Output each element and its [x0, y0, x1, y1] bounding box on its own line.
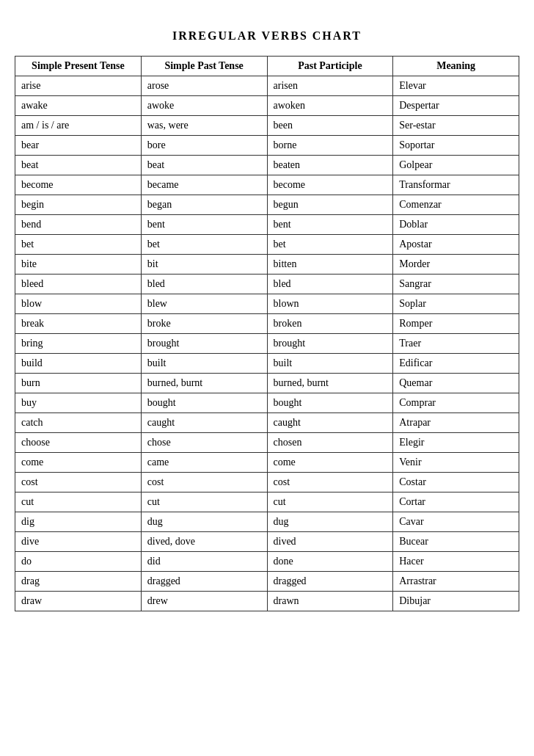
cell-r6-c2: begun [267, 195, 393, 215]
table-row: buildbuiltbuiltEdificar [15, 354, 519, 374]
cell-r1-c2: awoken [267, 96, 393, 116]
cell-r15-c3: Quemar [393, 374, 519, 393]
cell-r24-c1: did [141, 552, 267, 572]
cell-r6-c3: Comenzar [393, 195, 519, 215]
cell-r26-c1: drew [141, 592, 267, 611]
table-row: dragdraggeddraggedArrastrar [15, 572, 519, 592]
table-row: beginbeganbegunComenzar [15, 195, 519, 215]
cell-r0-c2: arisen [267, 76, 393, 96]
cell-r5-c2: become [267, 175, 393, 195]
cell-r13-c1: brought [141, 334, 267, 354]
cell-r3-c1: bore [141, 136, 267, 156]
cell-r13-c3: Traer [393, 334, 519, 354]
cell-r22-c2: dug [267, 512, 393, 532]
cell-r11-c3: Soplar [393, 294, 519, 314]
cell-r12-c3: Romper [393, 314, 519, 334]
table-row: bearboreborneSoportar [15, 136, 519, 156]
cell-r19-c3: Venir [393, 453, 519, 473]
cell-r12-c0: break [15, 314, 142, 334]
cell-r18-c1: chose [141, 433, 267, 453]
table-row: bringbroughtbroughtTraer [15, 334, 519, 354]
cell-r11-c0: blow [15, 294, 142, 314]
cell-r10-c0: bleed [15, 275, 142, 294]
cell-r10-c2: bled [267, 275, 393, 294]
col-header-present: Simple Present Tense [15, 57, 142, 76]
cell-r12-c2: broken [267, 314, 393, 334]
table-row: awakeawokeawokenDespertar [15, 96, 519, 116]
cell-r3-c2: borne [267, 136, 393, 156]
cell-r8-c3: Apostar [393, 235, 519, 255]
cell-r18-c0: choose [15, 433, 142, 453]
cell-r13-c2: brought [267, 334, 393, 354]
cell-r23-c0: dive [15, 532, 142, 552]
cell-r15-c1: burned, burnt [141, 374, 267, 393]
cell-r5-c3: Transformar [393, 175, 519, 195]
cell-r10-c1: bled [141, 275, 267, 294]
cell-r20-c2: cost [267, 473, 393, 493]
table-row: comecamecomeVenir [15, 453, 519, 473]
cell-r4-c0: beat [15, 156, 142, 175]
cell-r21-c2: cut [267, 493, 393, 512]
cell-r7-c1: bent [141, 215, 267, 235]
col-header-participle: Past Participle [267, 57, 393, 76]
cell-r17-c0: catch [15, 413, 142, 433]
cell-r11-c1: blew [141, 294, 267, 314]
cell-r17-c3: Atrapar [393, 413, 519, 433]
col-header-past: Simple Past Tense [141, 57, 267, 76]
cell-r22-c0: dig [15, 512, 142, 532]
cell-r16-c0: buy [15, 393, 142, 413]
cell-r5-c1: became [141, 175, 267, 195]
table-row: bendbentbentDoblar [15, 215, 519, 235]
cell-r12-c1: broke [141, 314, 267, 334]
cell-r7-c0: bend [15, 215, 142, 235]
cell-r9-c1: bit [141, 255, 267, 275]
cell-r14-c1: built [141, 354, 267, 374]
cell-r17-c1: caught [141, 413, 267, 433]
table-row: burnburned, burntburned, burntQuemar [15, 374, 519, 393]
table-row: bleedbledbledSangrar [15, 275, 519, 294]
table-row: breakbrokebrokenRomper [15, 314, 519, 334]
table-row: drawdrewdrawnDibujar [15, 592, 519, 611]
col-header-meaning: Meaning [393, 57, 519, 76]
cell-r20-c0: cost [15, 473, 142, 493]
cell-r26-c3: Dibujar [393, 592, 519, 611]
cell-r4-c2: beaten [267, 156, 393, 175]
cell-r5-c0: become [15, 175, 142, 195]
cell-r20-c3: Costar [393, 473, 519, 493]
cell-r7-c3: Doblar [393, 215, 519, 235]
cell-r8-c0: bet [15, 235, 142, 255]
cell-r1-c0: awake [15, 96, 142, 116]
table-row: costcostcostCostar [15, 473, 519, 493]
page: IRREGULAR VERBS CHART Simple Present Ten… [15, 29, 519, 727]
cell-r16-c3: Comprar [393, 393, 519, 413]
table-row: bitebitbittenMorder [15, 255, 519, 275]
cell-r19-c2: come [267, 453, 393, 473]
table-row: arisearosearisenElevar [15, 76, 519, 96]
cell-r14-c3: Edificar [393, 354, 519, 374]
cell-r24-c3: Hacer [393, 552, 519, 572]
cell-r21-c1: cut [141, 493, 267, 512]
cell-r23-c3: Bucear [393, 532, 519, 552]
cell-r19-c0: come [15, 453, 142, 473]
cell-r0-c1: arose [141, 76, 267, 96]
cell-r23-c2: dived [267, 532, 393, 552]
cell-r25-c0: drag [15, 572, 142, 592]
cell-r8-c2: bet [267, 235, 393, 255]
cell-r26-c2: drawn [267, 592, 393, 611]
cell-r15-c0: burn [15, 374, 142, 393]
table-row: buyboughtboughtComprar [15, 393, 519, 413]
cell-r4-c3: Golpear [393, 156, 519, 175]
cell-r19-c1: came [141, 453, 267, 473]
cell-r3-c0: bear [15, 136, 142, 156]
cell-r1-c3: Despertar [393, 96, 519, 116]
cell-r18-c2: chosen [267, 433, 393, 453]
table-row: becomebecamebecomeTransformar [15, 175, 519, 195]
cell-r9-c2: bitten [267, 255, 393, 275]
table-row: am / is / arewas, werebeenSer-estar [15, 116, 519, 136]
cell-r24-c0: do [15, 552, 142, 572]
table-header-row: Simple Present Tense Simple Past Tense P… [15, 57, 519, 76]
table-row: digdugdugCavar [15, 512, 519, 532]
cell-r2-c0: am / is / are [15, 116, 142, 136]
cell-r15-c2: burned, burnt [267, 374, 393, 393]
cell-r22-c1: dug [141, 512, 267, 532]
